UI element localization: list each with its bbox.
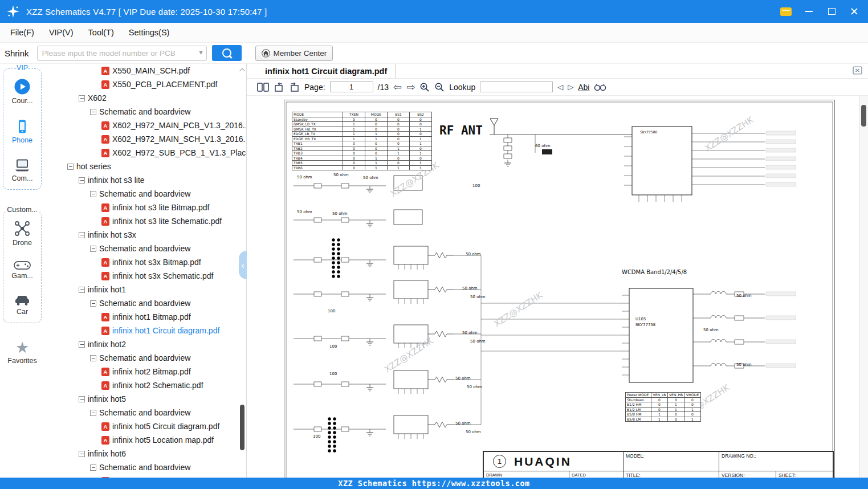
sidebar-item-phone[interactable]: Phone xyxy=(12,119,32,144)
collapse-minus-icon[interactable] xyxy=(90,355,96,361)
collapse-minus-icon[interactable] xyxy=(90,191,96,197)
tree-item[interactable]: X602_H972_SUB_PCB_1_V1.3_Plac... xyxy=(44,146,246,160)
tree-item-label: infinix hot5 Location map.pdf xyxy=(112,435,214,445)
minimize-button[interactable] xyxy=(800,4,818,19)
collapse-minus-icon[interactable] xyxy=(90,410,96,416)
collapse-minus-icon[interactable] xyxy=(79,451,85,457)
scroll-up-icon[interactable] xyxy=(240,67,245,72)
pdf-file-icon xyxy=(101,477,109,478)
tree-item[interactable]: Schematic and boardview xyxy=(44,461,246,474)
close-button[interactable] xyxy=(845,4,863,19)
find-prev-button[interactable] xyxy=(557,83,563,91)
close-all-tabs-button[interactable] xyxy=(853,66,862,75)
tree-item[interactable]: infinix hot1 Circuit diagram.pdf xyxy=(44,324,246,337)
tree-item[interactable]: Schematic and boardview xyxy=(44,296,246,310)
viewer-scroll-thumb[interactable] xyxy=(861,105,866,127)
tree-item[interactable]: X550_PCB_PLACEMENT.pdf xyxy=(44,78,246,91)
menu-item-tool[interactable]: Tool(T) xyxy=(88,28,114,37)
collapse-minus-icon[interactable] xyxy=(90,109,96,115)
collapse-minus-icon[interactable] xyxy=(90,464,96,471)
pdf-file-icon xyxy=(101,368,109,376)
search-button[interactable] xyxy=(212,45,242,61)
lookup-input[interactable] xyxy=(480,82,553,92)
tree-item[interactable]: X602_H972_MAIN_PCB_V1.3_2016... xyxy=(44,119,246,132)
prev-page-button[interactable] xyxy=(393,82,402,92)
sheet-number-badge: 1 xyxy=(493,455,506,468)
shrink-button[interactable]: Shrink xyxy=(5,48,29,58)
tree-item-label: infinix hot s3x Bitmap.pdf xyxy=(112,258,201,267)
document-tab[interactable]: infinix hot1 Circuit diagram.pdf xyxy=(257,64,396,78)
collapse-minus-icon[interactable] xyxy=(79,396,85,402)
zoom-out-button[interactable] xyxy=(434,82,445,92)
collapse-minus-icon[interactable] xyxy=(79,287,85,293)
svg-text:SKY77580: SKY77580 xyxy=(640,130,657,134)
tree-item[interactable]: infinix hot s3x Bitmap.pdf xyxy=(44,255,246,269)
tree-item[interactable]: infinix hot6 xyxy=(44,447,246,461)
sidebar-item-course[interactable]: Cour... xyxy=(12,78,33,105)
page-input[interactable] xyxy=(330,82,373,92)
tree-item[interactable]: infinix hot s3x Schematic.pdf xyxy=(44,269,246,283)
tree-item[interactable]: infinix hot s3 lite Bitmap.pdf xyxy=(44,201,246,214)
mode-table: MODETXENMODEBS1BS2Standby0000GMSK_LB_TX1… xyxy=(292,112,432,170)
sidebar-item-favorites[interactable]: Favorites xyxy=(0,340,44,365)
viewer-scrollbar[interactable] xyxy=(859,96,868,478)
tree-item[interactable]: X550_MAIN_SCH.pdf xyxy=(44,64,246,78)
tree-item[interactable]: infinix hot s3 lite xyxy=(44,173,246,187)
tree-item[interactable]: Schematic and boardview xyxy=(44,351,246,365)
next-page-button[interactable] xyxy=(406,82,415,92)
tree-item[interactable]: infinix hot6 Circuit diagram.pdf xyxy=(44,474,246,478)
tree-item[interactable]: X602 xyxy=(44,91,246,105)
tree-item[interactable]: infinix hot5 xyxy=(44,392,246,406)
two-page-view-button[interactable] xyxy=(257,83,269,92)
sidebar-item-drone[interactable]: Drone xyxy=(13,220,32,247)
chevron-down-icon[interactable] xyxy=(199,48,203,56)
tree-item[interactable]: infinix hot2 xyxy=(44,337,246,351)
collapse-minus-icon[interactable] xyxy=(79,177,85,184)
tree-item[interactable]: X602_H972_MAIN_SCH_V1.3_2016... xyxy=(44,132,246,146)
tree-item[interactable]: infinix hot5 Circuit diagram.pdf xyxy=(44,419,246,433)
menu-item-vip[interactable]: VIP(V) xyxy=(49,28,74,37)
tree-item-label: infinix hot2 Schematic.pdf xyxy=(112,381,203,390)
find-all-button[interactable] xyxy=(594,83,606,91)
model-search-input[interactable] xyxy=(37,46,207,61)
svg-text:100: 100 xyxy=(328,309,335,313)
tree-item[interactable]: infinix hot1 Bitmap.pdf xyxy=(44,310,246,324)
abi-toggle[interactable]: Abi xyxy=(578,83,589,92)
maximize-button[interactable] xyxy=(822,4,841,19)
sidebar-item-game[interactable]: Gam... xyxy=(11,260,33,280)
tree-item[interactable]: Schematic and boardview xyxy=(44,187,246,201)
collapse-minus-icon[interactable] xyxy=(90,300,96,307)
menu-item-file[interactable]: File(F) xyxy=(10,28,34,37)
collapse-minus-icon[interactable] xyxy=(90,246,96,252)
tree-item[interactable]: Schematic and boardview xyxy=(44,406,246,419)
rotate-left-button[interactable] xyxy=(274,82,284,92)
tree-item[interactable]: infinix hot s3 lite Schematic.pdf xyxy=(44,214,246,228)
tree-item[interactable]: infinix hot5 Location map.pdf xyxy=(44,433,246,447)
tree-scroll-thumb[interactable] xyxy=(240,405,244,450)
tree-item[interactable]: infinix hot2 Bitmap.pdf xyxy=(44,365,246,378)
collapse-minus-icon[interactable] xyxy=(79,232,85,238)
tree-item[interactable]: infinix hot1 xyxy=(44,283,246,296)
tree-item[interactable]: Schematic and boardview xyxy=(44,105,246,119)
gold-badge-icon[interactable] xyxy=(777,4,795,19)
window-x-icon xyxy=(853,66,862,75)
collapse-minus-icon[interactable] xyxy=(67,164,74,170)
find-next-button[interactable] xyxy=(568,83,573,91)
sidebar-item-car[interactable]: Car xyxy=(14,294,31,316)
sheet-field: SHEET: xyxy=(776,471,833,478)
sidebar-item-computer[interactable]: Com... xyxy=(12,158,33,182)
tree-item[interactable]: infinix hot s3x xyxy=(44,228,246,242)
tree-item[interactable]: infinix hot2 Schematic.pdf xyxy=(44,378,246,392)
collapse-minus-icon[interactable] xyxy=(79,341,85,348)
pdf-file-icon xyxy=(101,436,109,445)
menu-item-settings[interactable]: Settings(S) xyxy=(129,28,170,37)
panel-collapse-handle[interactable] xyxy=(239,251,247,279)
game-label: Gam... xyxy=(11,272,33,280)
zoom-in-button[interactable] xyxy=(419,82,430,92)
tree-item[interactable]: Schematic and boardview xyxy=(44,242,246,255)
collapse-minus-icon[interactable] xyxy=(79,95,85,101)
rotate-right-button[interactable] xyxy=(289,82,300,92)
pdf-canvas[interactable]: RF ANT60 ohm50 ohm50 ohm50 ohm50 ohm50 o… xyxy=(247,96,868,478)
member-center-button[interactable]: Member Center xyxy=(255,46,333,61)
tree-item[interactable]: hot series xyxy=(44,160,246,173)
